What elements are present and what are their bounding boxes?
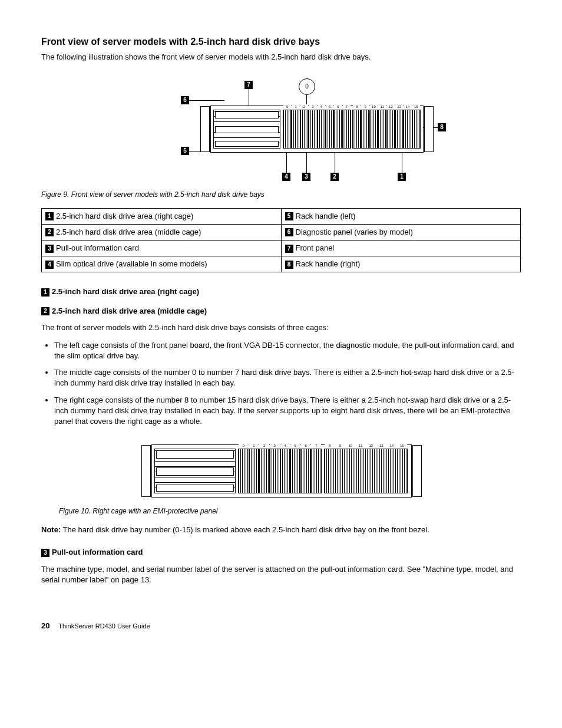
bay-label: 1 [292, 104, 299, 109]
callout-1-badge: 1 [398, 173, 406, 181]
bay-label: 8 [353, 104, 361, 109]
badge-2: 2 [45, 228, 54, 236]
figure-9-caption: Figure 9. Front view of server models wi… [41, 190, 521, 200]
bay-label: 9 [361, 104, 369, 109]
bay-zero-circle: 0 [299, 78, 315, 95]
server-front-outline: 0 1 2 3 4 5 6 7 8 9 10 11 12 13 [210, 106, 424, 153]
note-line: Note: The hard disk drive bay number (0-… [41, 525, 521, 535]
bay-label: 15 [412, 104, 420, 109]
leader-6 [189, 100, 224, 101]
bay-label: 9 [335, 443, 346, 448]
middle-cage: 0 1 2 3 4 5 6 7 [283, 110, 351, 149]
callout-2-badge: 2 [330, 173, 339, 181]
callout-6-text: Diagnostic panel (varies by model) [296, 228, 413, 236]
rack-handle-right [424, 106, 434, 152]
bay-label: 11 [356, 443, 366, 448]
note-text: The hard disk drive bay number (0-15) is… [61, 525, 429, 534]
rack-handle-left [200, 106, 210, 152]
badge-4: 4 [45, 261, 54, 269]
callout-5-text: Rack handle (left) [296, 212, 356, 220]
bay-label: 2 [300, 104, 308, 109]
leader-3 [306, 151, 307, 173]
rack-handle-right [412, 445, 422, 497]
server-front-outline-emi: 0 1 2 3 4 5 6 7 8 9 10 11 12 13 [151, 444, 412, 498]
heading-area-middle-cage: 22.5-inch hard disk drive area (middle c… [41, 306, 521, 317]
right-cage: 8 9 10 11 12 13 14 15 [352, 110, 421, 149]
badge-6: 6 [285, 228, 293, 236]
page-number: 20 [41, 621, 49, 630]
bay-label: 10 [345, 443, 356, 448]
bay-label: 14 [404, 104, 411, 109]
callout-5-badge: 5 [181, 147, 189, 155]
bay-label: 4 [280, 443, 290, 448]
bay-label: 2 [259, 443, 269, 448]
callout-3-badge: 3 [302, 173, 310, 181]
bay-label: 6 [301, 443, 311, 448]
cages-bullet-list: The left cage consists of the front pane… [41, 340, 521, 427]
cages-intro: The front of server models with 2.5-inch… [41, 322, 521, 333]
callout-8-text: Rack handle (right) [296, 259, 361, 268]
bay-label: 3 [270, 443, 280, 448]
callout-4-text: Slim optical drive (available in some mo… [56, 259, 207, 268]
bay-label: 14 [386, 443, 397, 448]
bullet-left-cage: The left cage consists of the front pane… [54, 340, 521, 361]
left-cage-inner [155, 449, 235, 493]
page-footer: 20 ThinkServer RD430 User Guide [41, 621, 521, 631]
bay-label: 7 [343, 104, 351, 109]
callout-4-badge: 4 [282, 173, 290, 181]
heading-3-text: Pull-out information card [52, 548, 143, 556]
figure-10-caption: Figure 10. Right cage with an EMI-protec… [59, 506, 521, 516]
note-label: Note: [41, 525, 61, 534]
callout-8-badge: 8 [438, 123, 446, 131]
bay-label: 8 [325, 443, 335, 448]
left-cage-inner [214, 110, 280, 148]
leader-4 [286, 151, 287, 173]
heading-2-text: 2.5-inch hard disk drive area (middle ca… [52, 307, 207, 315]
bay-label: 12 [387, 104, 395, 109]
bay-label: 15 [397, 443, 408, 448]
bay-label: 5 [290, 443, 300, 448]
callout-7-text: Front panel [296, 243, 335, 252]
bay-label: 3 [309, 104, 316, 109]
figure-9: 7 0 6 5 8 4 3 2 1 [41, 81, 521, 184]
heading-1-text: 2.5-inch hard disk drive area (right cag… [52, 287, 199, 296]
callout-1-text: 2.5-inch hard disk drive area (right cag… [56, 212, 193, 220]
pullout-card-text: The machine type, model, and serial numb… [41, 564, 521, 585]
middle-cage: 0 1 2 3 4 5 6 7 [238, 449, 322, 493]
badge-3: 3 [45, 245, 54, 253]
heading-badge-2: 2 [41, 307, 49, 315]
bay-label: 11 [378, 104, 386, 109]
callout-table: 12.5-inch hard disk drive area (right ca… [41, 208, 521, 273]
bay-label: 10 [370, 104, 378, 109]
bay-label: 12 [366, 443, 376, 448]
bay-label: 13 [376, 443, 387, 448]
heading-badge-3: 3 [41, 549, 49, 557]
section-title: Front view of server models with 2.5-inc… [41, 35, 521, 48]
callout-2-text: 2.5-inch hard disk drive area (middle ca… [56, 228, 201, 236]
bay-label: 7 [311, 443, 321, 448]
heading-badge-1: 1 [41, 288, 49, 297]
right-cage-emi-panel: 8 9 10 11 12 13 14 15 [324, 449, 408, 493]
badge-1: 1 [45, 212, 54, 220]
badge-7: 7 [285, 245, 293, 253]
rack-handle-left [141, 445, 151, 497]
section-intro: The following illustration shows the fro… [41, 52, 521, 62]
bay-label: 13 [395, 104, 403, 109]
badge-8: 8 [285, 261, 293, 269]
bay-label: 0 [283, 104, 291, 109]
left-cage [213, 110, 280, 149]
bay-label: 1 [249, 443, 259, 448]
callout-3-text: Pull-out information card [56, 243, 139, 252]
heading-area-right-cage: 12.5-inch hard disk drive area (right ca… [41, 286, 521, 297]
bullet-middle-cage: The middle cage consists of the number 0… [54, 367, 521, 388]
callout-7-badge: 7 [244, 81, 253, 89]
bullet-right-cage: The right cage consists of the number 8 … [54, 395, 521, 427]
bay-label: 6 [334, 104, 342, 109]
left-cage [154, 449, 236, 493]
badge-5: 5 [285, 212, 293, 220]
callout-6-badge: 6 [181, 96, 189, 104]
bay-label: 4 [318, 104, 325, 109]
leader-7 [249, 89, 249, 106]
doc-title: ThinkServer RD430 User Guide [58, 622, 150, 630]
bay-label: 0 [239, 443, 249, 448]
